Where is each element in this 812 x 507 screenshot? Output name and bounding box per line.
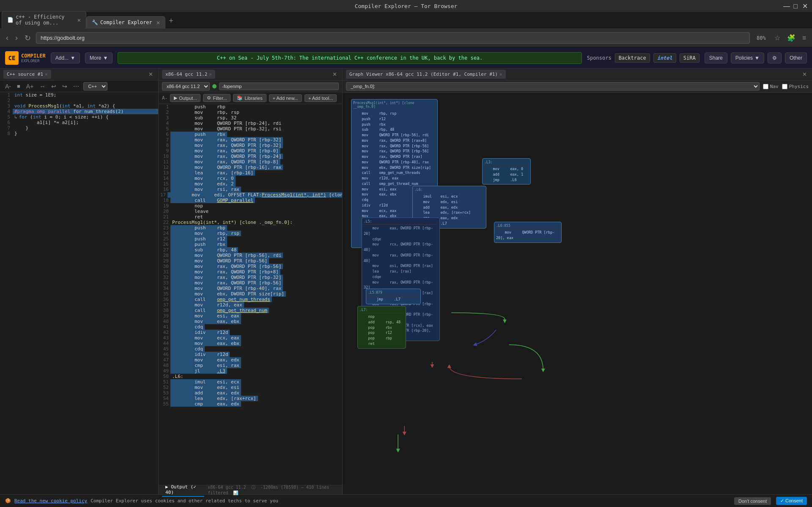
omp-get-num-link[interactable]: omp_get_num_threads — [217, 297, 270, 302]
graph-close-btn[interactable]: ✕ — [801, 70, 809, 78]
back-button[interactable]: ‹ — [4, 32, 10, 44]
asm-line-3: 3 sub rsp, 32 — [159, 115, 342, 121]
asm-tab[interactable]: x86-64 gcc 11.2 ✕ — [162, 70, 215, 79]
cookie-notice: 🍪 Read the new cookie policy Compiler Ex… — [5, 498, 729, 504]
minimize-button[interactable]: — — [783, 3, 789, 9]
asm-close-btn[interactable]: ✕ — [331, 70, 339, 78]
sponsor-sira: SiRA — [680, 53, 700, 63]
asm-line-26: 26 push rbx — [159, 242, 342, 247]
asm-line-43: 43 mov ecx, eax — [159, 335, 342, 341]
asm-line-19: 19 nop — [159, 203, 342, 209]
asm-line-35: 35 mov ebx, DWORD PTR size[rip] — [159, 291, 342, 297]
asm-line-17: 17 mov edi, OFFSET FLAT:ProcessMsg1(int*… — [159, 192, 342, 198]
close-button[interactable]: ✕ — [802, 3, 808, 9]
asm-line-49: 49 jl .L3 — [159, 368, 342, 374]
banner: C++ on Sea - July 5th-7th: The internati… — [118, 52, 582, 64]
forward-button[interactable]: › — [14, 32, 19, 44]
asm-line-29: 29 mov QWORD PTR [rbp-56] — [159, 258, 342, 264]
asm-toolbar: A- ▶ Output... ⚙ Filter... 📚 Libraries +… — [159, 92, 342, 104]
output-btn[interactable]: ▶ Output... — [170, 94, 200, 102]
filter-btn[interactable]: ⚙ Filter... — [203, 94, 230, 102]
asm-line-36: 36 call omp_get_num_threads — [159, 297, 342, 302]
asm-line-18: 18 call GOMP_parallel — [159, 198, 342, 203]
undo-btn[interactable]: ↩ — [49, 82, 58, 91]
main-header: CE COMPILER EXPLORER Add... ▼ More ▼ C++… — [0, 47, 812, 69]
graph-node-l7: .L7: nop add rsp, 48 pop rbx pop r12 pop… — [357, 306, 406, 349]
gomp-parallel-link[interactable]: GOMP_parallel — [217, 198, 253, 203]
graph-tab[interactable]: Graph Viewer x86-64 gcc 11.2 (Editor #1,… — [346, 70, 506, 79]
compiler-select[interactable]: x86-64 gcc 11.2 — [162, 82, 210, 91]
source-close-btn[interactable]: ✕ — [147, 70, 155, 78]
more-btn[interactable]: ⋯ — [71, 82, 81, 91]
new-tab-button[interactable]: + — [165, 15, 177, 26]
add-tool-btn[interactable]: + Add tool... — [304, 94, 337, 102]
physics-checkbox[interactable] — [782, 84, 787, 89]
libraries-btn[interactable]: 📚 Libraries — [233, 94, 266, 102]
asm-line-12: 12 mov QWORD PTR [rbp-16], rax — [159, 165, 342, 170]
browser-tab-1[interactable]: 📄 c++ - Efficiency of using om... ✕ — [2, 11, 86, 28]
extensions-button[interactable]: 🧩 — [785, 32, 797, 44]
source-tab-close[interactable]: ✕ — [45, 72, 48, 77]
bookmark-button[interactable]: ☆ — [773, 32, 782, 44]
add-new-btn[interactable]: + Add new... — [269, 94, 302, 102]
share-button[interactable]: Share — [705, 52, 727, 63]
address-bar[interactable] — [36, 32, 750, 44]
graph-node-l16-855: .L6:855 mov QWORD PTR [rbp-20], eax — [494, 222, 562, 243]
function-select[interactable]: _omp_fn.0]: — [346, 82, 760, 91]
menu-button[interactable]: ≡ — [801, 33, 808, 44]
graph-function-bar: _omp_fn.0]: Nav Physics — [343, 80, 812, 93]
asm-line-48: 48 cmp esi, rax — [159, 363, 342, 368]
redo-btn[interactable]: ↪ — [60, 82, 69, 91]
sponsor-intel: intel — [653, 53, 676, 63]
asm-line-37: 37 mov r12d, eax — [159, 302, 342, 308]
font-size-indicator: A- — [162, 95, 167, 101]
graph-tab-close[interactable]: ✕ — [499, 72, 502, 77]
physics-checkbox-label[interactable]: Physics — [782, 84, 809, 89]
flags-input[interactable] — [219, 83, 339, 90]
asm-line-10: 10 mov rax, QWORD PTR [rbp-24] — [159, 154, 342, 159]
window-title: Compiler Explorer — Tor Browser — [355, 3, 458, 9]
omp-get-thread-link[interactable]: omp_get_thread_num — [217, 308, 267, 313]
cookie-policy-link[interactable]: Read the new cookie policy — [14, 498, 87, 504]
maximize-button[interactable]: □ — [793, 3, 798, 9]
tab2-close[interactable]: ✕ — [156, 19, 160, 26]
code-editor[interactable]: 1 int size = 1E9; 2 3 void ProcessMsg1(i… — [0, 92, 158, 494]
tab1-close[interactable]: ✕ — [77, 17, 81, 23]
nav-checkbox-label[interactable]: Nav — [763, 84, 779, 89]
bold-btn[interactable]: ■ — [15, 82, 22, 90]
more-button[interactable]: More ▼ — [85, 52, 112, 63]
code-line-4: 4 #pragma omp parallel for num_threads(2… — [0, 109, 158, 114]
cookie-icon: 🍪 — [5, 498, 11, 504]
graph-node-l5-855: .L5:079 jmp .L7 — [366, 289, 421, 304]
sponsors-label: Sponsors — [587, 55, 612, 61]
asm-line-52: 52 mov edx, esi — [159, 385, 342, 390]
asm-code[interactable]: 1 push rbp 2 mov rbp, rsp 3 sub rsp, 32 … — [159, 104, 342, 485]
asm-line-46: 46 idiv r12d — [159, 352, 342, 357]
decline-button[interactable]: Don't consent — [734, 497, 771, 505]
accept-button[interactable]: ✓ Consent — [776, 497, 807, 505]
wrap-btn[interactable]: ↔ — [38, 82, 47, 91]
graph-panel-actions: ✕ — [801, 70, 809, 78]
header-right: Share Policies ▼ ⚙ Other — [705, 52, 807, 63]
cookie-notice-text: Compiler Explorer uses cookies and other… — [91, 498, 278, 504]
asm-line-11: 11 mov rax, QWORD PTR [rbp-8] — [159, 159, 342, 165]
processmsg1-link[interactable]: ProcessMsg1(int*, int*) — [262, 192, 326, 198]
reload-button[interactable]: ↻ — [23, 32, 33, 44]
asm-line-55: 55 cmp eax, edx — [159, 401, 342, 407]
asm-line-47: 47 mov eax, edx — [159, 357, 342, 363]
asm-line-51: 51 imul esi, ecx — [159, 379, 342, 385]
other-button[interactable]: Other — [785, 52, 807, 63]
font-increase-btn[interactable]: A+ — [25, 82, 36, 91]
browser-tab-2[interactable]: 🔧 Compiler Explorer ✕ — [86, 16, 165, 28]
settings-button[interactable]: ⚙ — [768, 52, 782, 63]
font-decrease-btn[interactable]: A- — [3, 82, 13, 91]
add-button[interactable]: Add... ▼ — [51, 52, 80, 63]
output-tab[interactable]: ▶ Output (✓ 40) — [162, 483, 204, 497]
asm-tab-close[interactable]: ✕ — [209, 72, 212, 77]
graph-panel: Graph Viewer x86-64 gcc 11.2 (Editor #1,… — [343, 69, 812, 494]
language-select[interactable]: C++ C Rust — [83, 82, 107, 91]
source-tab[interactable]: C++ source #1 ✕ — [3, 70, 51, 79]
nav-checkbox[interactable] — [763, 84, 768, 89]
policies-button[interactable]: Policies ▼ — [731, 52, 764, 63]
logo-icon: CE — [5, 51, 19, 65]
